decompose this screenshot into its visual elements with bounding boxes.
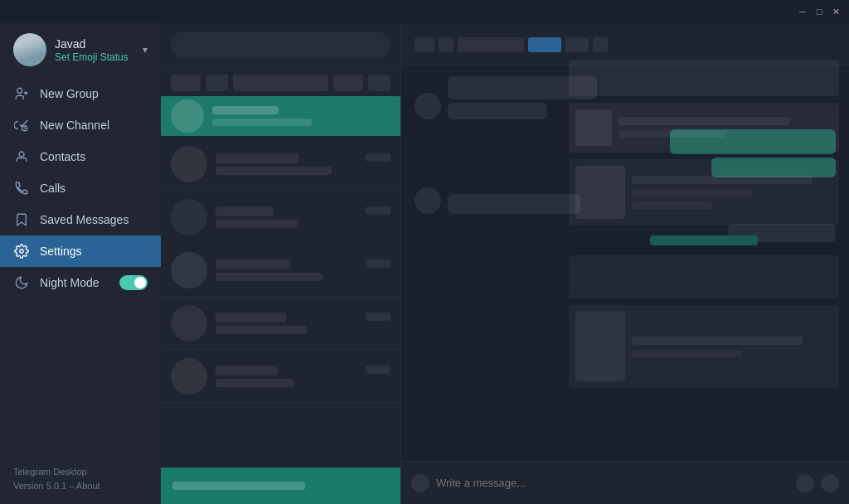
chat-name: [216, 313, 286, 322]
saved-messages-label: Saved Messages: [40, 213, 148, 226]
chat-message: [216, 220, 298, 228]
chat-time: [366, 259, 391, 268]
chat-time: [366, 153, 391, 162]
header-tag-active: [528, 37, 561, 52]
chat-name: [216, 206, 274, 216]
right-block-3: [569, 159, 839, 225]
table-row[interactable]: [161, 244, 400, 297]
chat-list-compose-bar: [161, 468, 400, 504]
new-channel-icon: [13, 117, 30, 133]
night-mode-icon: [13, 274, 30, 291]
chat-text: [216, 206, 391, 228]
night-mode-toggle[interactable]: [119, 275, 148, 290]
app-name: Telegram Desktop: [13, 465, 148, 479]
selected-chat-avatar: [171, 99, 204, 133]
table-row[interactable]: [161, 297, 400, 350]
main-layout: Javad Set Emoji Status ▾ New Group: [0, 23, 849, 504]
message-bubble: [448, 103, 547, 119]
svg-point-2: [19, 152, 24, 157]
user-status[interactable]: Set Emoji Status: [55, 51, 129, 63]
chat-time: [366, 313, 391, 321]
mic-icon[interactable]: [821, 474, 839, 492]
table-row[interactable]: [161, 191, 400, 244]
emoji-icon[interactable]: [796, 474, 814, 492]
chat-list-panel: [161, 23, 401, 504]
right-block-2: [569, 103, 839, 153]
chat-rows: [161, 138, 400, 403]
filter-tag-1[interactable]: [171, 75, 201, 91]
right-teal-accent: [650, 235, 758, 245]
chat-list-header: [161, 23, 400, 66]
header-tag-1: [415, 37, 434, 52]
messages-body: [401, 66, 849, 461]
chat-name: [216, 259, 290, 269]
attach-icon[interactable]: [411, 474, 429, 492]
chat-avatar: [171, 305, 207, 342]
sidebar-header: Javad Set Emoji Status ▾: [0, 23, 161, 75]
table-row[interactable]: [161, 138, 400, 191]
chat-avatar: [171, 199, 207, 235]
chat-time: [366, 206, 391, 215]
contacts-icon: [13, 148, 30, 165]
chat-avatar: [171, 358, 207, 395]
search-bar[interactable]: [171, 32, 391, 58]
close-button[interactable]: ✕: [829, 5, 842, 18]
saved-messages-icon: [13, 211, 30, 228]
avatar: [13, 33, 46, 66]
chat-message: [216, 326, 307, 334]
user-name: Javad: [55, 37, 129, 51]
sidebar: Javad Set Emoji Status ▾ New Group: [0, 23, 161, 504]
chat-message: [216, 273, 323, 281]
svg-point-0: [17, 88, 22, 93]
selected-chat-item[interactable]: [161, 96, 400, 136]
app-version[interactable]: Version 5.0.1 – About: [13, 479, 148, 493]
sidebar-item-contacts[interactable]: Contacts: [0, 141, 161, 172]
minimize-button[interactable]: ─: [796, 5, 809, 18]
right-panel-overlay: [559, 66, 849, 398]
chat-message: [216, 167, 332, 175]
chevron-down-icon[interactable]: ▾: [143, 44, 148, 56]
header-tag-2: [439, 37, 454, 52]
night-mode-label: Night Mode: [40, 276, 109, 289]
contacts-label: Contacts: [40, 150, 148, 163]
chat-avatar: [171, 252, 207, 288]
filter-tag-2[interactable]: [206, 75, 228, 91]
compose-text: [172, 482, 305, 490]
maximize-button[interactable]: □: [813, 5, 826, 18]
sidebar-footer: Telegram Desktop Version 5.0.1 – About: [0, 457, 161, 504]
chat-text: [216, 313, 391, 334]
calls-icon: [13, 180, 30, 196]
sidebar-item-new-channel[interactable]: New Channel: [0, 109, 161, 141]
sidebar-item-calls[interactable]: Calls: [0, 172, 161, 204]
header-tag-3: [458, 37, 524, 52]
right-block-1: [569, 66, 839, 96]
content-area: [161, 23, 849, 504]
settings-icon: [13, 243, 30, 259]
chat-name: [216, 153, 298, 163]
bubble-avatar: [415, 93, 441, 119]
titlebar-controls: ─ □ ✕: [796, 5, 842, 18]
calls-label: Calls: [40, 182, 148, 195]
chat-avatar: [171, 146, 207, 182]
filter-tag-5[interactable]: [368, 75, 391, 91]
filter-tag-3[interactable]: [233, 75, 328, 91]
chat-text: [216, 153, 391, 175]
svg-point-3: [20, 250, 24, 254]
table-row[interactable]: [161, 350, 400, 403]
right-block-4: [569, 255, 839, 298]
new-group-icon: [13, 85, 30, 102]
chat-message: [216, 379, 294, 387]
sidebar-item-new-group[interactable]: New Group: [0, 78, 161, 109]
sidebar-item-night-mode[interactable]: Night Mode: [0, 267, 161, 298]
message-input[interactable]: [436, 470, 789, 497]
new-channel-label: New Channel: [40, 119, 148, 132]
filter-tag-4[interactable]: [333, 75, 363, 91]
user-info[interactable]: Javad Set Emoji Status: [13, 33, 129, 66]
sidebar-item-settings[interactable]: Settings: [0, 235, 161, 267]
message-panel: [401, 23, 849, 504]
selected-chat-text: [212, 106, 391, 126]
sidebar-item-saved-messages[interactable]: Saved Messages: [0, 204, 161, 235]
user-text: Javad Set Emoji Status: [55, 37, 129, 63]
chat-text: [216, 259, 391, 281]
chat-time: [366, 366, 391, 374]
